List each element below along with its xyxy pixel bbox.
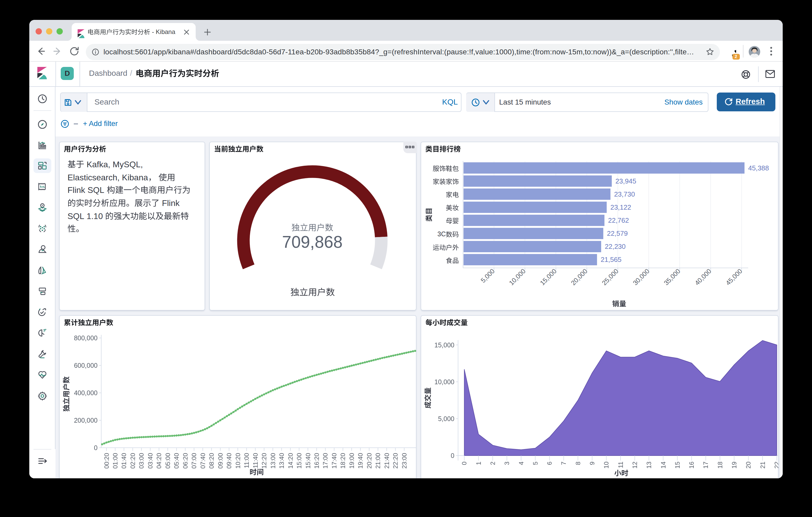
svg-text:23,122: 23,122 <box>610 203 631 211</box>
svg-text:0: 0 <box>94 444 97 451</box>
svg-text:21:40: 21:40 <box>383 453 390 468</box>
svg-text:15:40: 15:40 <box>304 453 311 468</box>
svg-text:17:00: 17:00 <box>321 453 328 468</box>
svg-text:7: 7 <box>560 461 567 465</box>
svg-text:9: 9 <box>588 461 596 465</box>
svg-text:11:00: 11:00 <box>243 453 250 468</box>
svg-text:22,230: 22,230 <box>605 242 626 250</box>
svg-text:400,000: 400,000 <box>74 389 97 396</box>
svg-text:3: 3 <box>503 461 511 465</box>
svg-text:18:20: 18:20 <box>339 453 346 468</box>
svg-text:21:00: 21:00 <box>374 453 381 468</box>
svg-text:10:20: 10:20 <box>234 453 241 468</box>
svg-text:16:20: 16:20 <box>313 453 320 468</box>
svg-text:14:20: 14:20 <box>287 453 294 468</box>
svg-text:13: 13 <box>645 461 652 468</box>
svg-text:0: 0 <box>461 461 468 465</box>
svg-text:20:20: 20:20 <box>366 453 373 468</box>
svg-text:13:00: 13:00 <box>269 453 276 468</box>
svg-text:10: 10 <box>603 461 610 468</box>
svg-text:19:40: 19:40 <box>356 453 364 468</box>
svg-text:13:40: 13:40 <box>278 453 285 468</box>
svg-text:02:20: 02:20 <box>129 453 136 468</box>
svg-text:22: 22 <box>773 461 778 468</box>
svg-text:23,945: 23,945 <box>615 177 636 185</box>
svg-text:10,000: 10,000 <box>508 267 527 286</box>
svg-text:17:40: 17:40 <box>330 453 338 468</box>
svg-text:12:20: 12:20 <box>260 453 267 468</box>
svg-text:18: 18 <box>717 461 724 468</box>
svg-text:8: 8 <box>575 461 582 465</box>
svg-text:40,000: 40,000 <box>693 267 713 286</box>
svg-text:5,000: 5,000 <box>438 415 455 422</box>
svg-text:23:00: 23:00 <box>401 453 408 468</box>
svg-text:09:00: 09:00 <box>216 453 224 468</box>
svg-text:09:40: 09:40 <box>225 453 232 468</box>
svg-text:23,730: 23,730 <box>614 190 635 198</box>
svg-text:20,000: 20,000 <box>570 267 589 286</box>
svg-text:200,000: 200,000 <box>74 416 97 424</box>
svg-text:19: 19 <box>731 461 738 468</box>
svg-text:800,000: 800,000 <box>74 334 97 341</box>
svg-text:20: 20 <box>745 461 752 468</box>
svg-text:25,000: 25,000 <box>600 267 620 286</box>
svg-text:01:40: 01:40 <box>120 453 127 468</box>
svg-text:35,000: 35,000 <box>662 267 682 286</box>
svg-text:07:00: 07:00 <box>190 453 197 468</box>
svg-text:15:00: 15:00 <box>295 453 302 468</box>
svg-text:5,000: 5,000 <box>479 267 496 284</box>
svg-text:45,388: 45,388 <box>748 164 769 172</box>
svg-text:0: 0 <box>451 452 455 459</box>
svg-text:01:00: 01:00 <box>111 453 118 468</box>
svg-text:03:40: 03:40 <box>146 453 153 468</box>
svg-text:12: 12 <box>631 461 638 468</box>
svg-text:04:20: 04:20 <box>155 453 162 468</box>
svg-text:14: 14 <box>660 461 667 468</box>
svg-text:19:00: 19:00 <box>348 453 355 468</box>
svg-text:06:20: 06:20 <box>181 453 188 468</box>
svg-text:11: 11 <box>617 461 624 468</box>
svg-text:07:40: 07:40 <box>199 453 206 468</box>
svg-text:22,579: 22,579 <box>607 229 628 237</box>
svg-text:30,000: 30,000 <box>632 267 651 286</box>
svg-text:45,000: 45,000 <box>724 267 744 286</box>
svg-text:03:00: 03:00 <box>138 453 145 468</box>
svg-text:05:00: 05:00 <box>164 453 171 468</box>
svg-text:17: 17 <box>702 461 709 468</box>
svg-text:22:20: 22:20 <box>392 453 399 468</box>
svg-text:15: 15 <box>674 461 681 468</box>
svg-text:6: 6 <box>546 461 553 465</box>
svg-text:15,000: 15,000 <box>539 267 558 286</box>
svg-text:4: 4 <box>518 461 525 465</box>
svg-text:5: 5 <box>532 461 539 465</box>
svg-text:21,565: 21,565 <box>601 255 621 263</box>
svg-text:600,000: 600,000 <box>74 362 97 369</box>
svg-text:15,000: 15,000 <box>435 341 455 348</box>
svg-text:05:40: 05:40 <box>173 453 180 468</box>
svg-text:1: 1 <box>475 461 482 465</box>
svg-text:16: 16 <box>688 461 695 468</box>
svg-text:10,000: 10,000 <box>435 378 455 385</box>
svg-text:08:20: 08:20 <box>208 453 215 468</box>
svg-text:00:20: 00:20 <box>103 453 110 468</box>
svg-text:22,762: 22,762 <box>608 216 629 224</box>
svg-text:2: 2 <box>489 461 496 465</box>
svg-text:11:40: 11:40 <box>252 453 259 468</box>
svg-text:21: 21 <box>759 461 766 468</box>
